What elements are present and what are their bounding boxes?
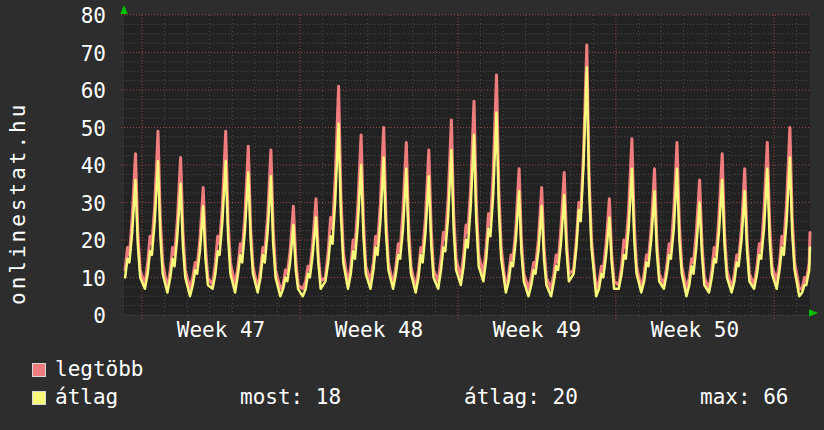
- y-tick-label: 80: [81, 4, 106, 28]
- x-axis-arrow-icon: [809, 309, 818, 317]
- x-week-label: Week 48: [335, 318, 424, 342]
- y-tick-label: 30: [81, 192, 106, 216]
- y-tick-label: 60: [81, 79, 106, 103]
- x-week-label: Week 50: [651, 318, 740, 342]
- stat-max: max: 66: [700, 387, 789, 408]
- y-tick-label: 50: [81, 117, 106, 141]
- stat-atlag: átlag: 20: [464, 387, 578, 408]
- y-tick-label: 20: [81, 229, 106, 253]
- x-week-label: Week 47: [177, 318, 266, 342]
- legend-label-atlag: átlag: [55, 387, 118, 408]
- y-tick-label: 10: [81, 267, 106, 291]
- chart-canvas: 01020304050607080Week 47Week 48Week 49We…: [0, 0, 824, 356]
- rrd-graph: onlinestat.hu 01020304050607080Week 47We…: [0, 0, 824, 430]
- legend-label-legtobb: legtöbb: [55, 359, 144, 380]
- legend-swatch-atlag: [32, 391, 46, 405]
- y-tick-label: 0: [93, 304, 106, 328]
- legend-swatch-legtobb: [32, 363, 46, 377]
- x-week-label: Week 49: [493, 318, 582, 342]
- y-axis-arrow-icon: [120, 5, 128, 14]
- y-tick-label: 70: [81, 42, 106, 66]
- stat-most: most: 18: [240, 387, 341, 408]
- y-tick-label: 40: [81, 154, 106, 178]
